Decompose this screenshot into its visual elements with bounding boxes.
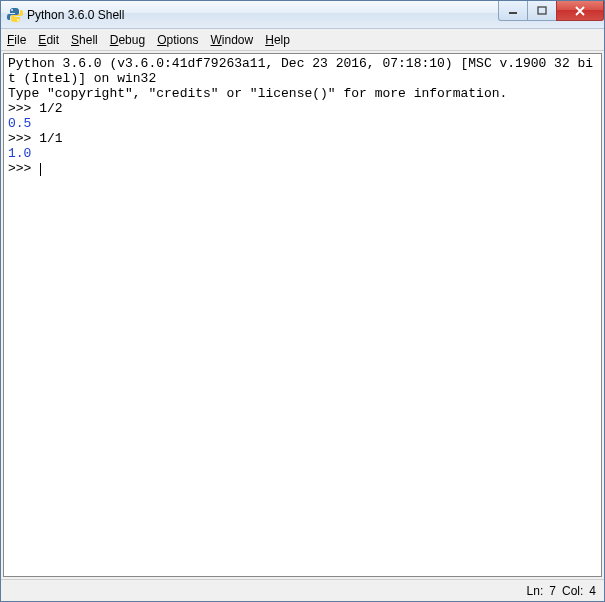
menu-debug[interactable]: Debug — [110, 33, 145, 47]
close-button[interactable] — [556, 1, 604, 21]
window-controls — [499, 1, 604, 21]
shell-text-area[interactable]: Python 3.6.0 (v3.6.0:41df79263a11, Dec 2… — [3, 53, 602, 577]
app-icon — [7, 7, 23, 23]
text-cursor — [40, 163, 41, 176]
menu-edit[interactable]: Edit — [38, 33, 59, 47]
prompt: >>> — [8, 131, 39, 146]
banner-line: Type "copyright", "credits" or "license(… — [8, 86, 507, 101]
svg-point-0 — [11, 9, 13, 11]
menu-shell[interactable]: Shell — [71, 33, 98, 47]
minimize-button[interactable] — [498, 1, 528, 21]
menu-file[interactable]: File — [7, 33, 26, 47]
menu-window[interactable]: Window — [211, 33, 254, 47]
prompt: >>> — [8, 161, 39, 176]
menu-bar: File Edit Shell Debug Options Window Hel… — [1, 29, 604, 51]
svg-point-1 — [17, 19, 19, 21]
svg-rect-3 — [538, 7, 546, 14]
menu-help[interactable]: Help — [265, 33, 290, 47]
window-title: Python 3.6.0 Shell — [27, 8, 124, 22]
shell-output: 1.0 — [8, 146, 31, 161]
maximize-button[interactable] — [527, 1, 557, 21]
shell-input: 1/1 — [39, 131, 62, 146]
prompt: >>> — [8, 101, 39, 116]
status-bar: Ln: 7 Col: 4 — [1, 579, 604, 601]
title-bar: Python 3.6.0 Shell — [1, 1, 604, 29]
content-wrapper: Python 3.6.0 (v3.6.0:41df79263a11, Dec 2… — [1, 51, 604, 579]
shell-input: 1/2 — [39, 101, 62, 116]
banner-line: Python 3.6.0 (v3.6.0:41df79263a11, Dec 2… — [8, 56, 593, 86]
shell-output: 0.5 — [8, 116, 31, 131]
status-col-label: Col: — [562, 584, 583, 598]
status-line-value: 7 — [549, 584, 556, 598]
svg-rect-2 — [509, 12, 517, 14]
status-line-label: Ln: — [527, 584, 544, 598]
status-col-value: 4 — [589, 584, 596, 598]
menu-options[interactable]: Options — [157, 33, 198, 47]
